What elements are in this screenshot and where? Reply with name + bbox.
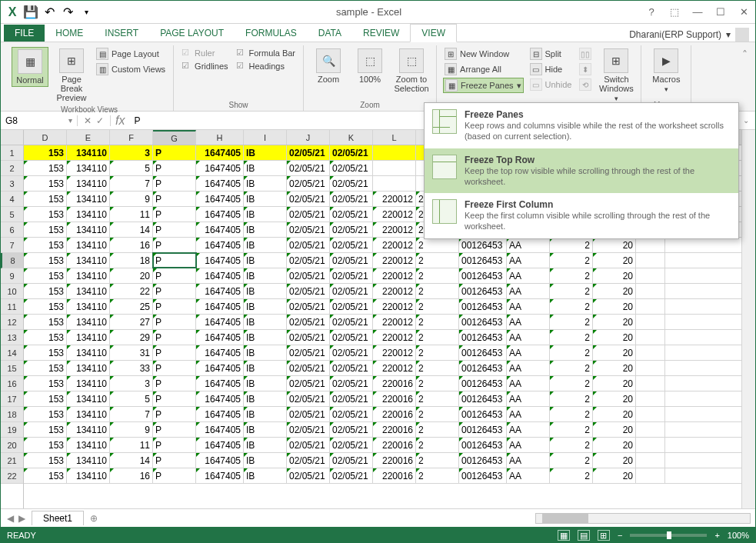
cell[interactable]: 2	[416, 330, 459, 345]
cell[interactable]	[636, 391, 665, 406]
cell[interactable]: 02/05/21	[287, 192, 330, 206]
cell[interactable]: 02/05/21	[330, 284, 373, 298]
cell[interactable]: 02/05/21	[287, 407, 330, 421]
cell[interactable]: 2	[550, 407, 593, 421]
cell[interactable]: 2	[550, 238, 593, 252]
cell[interactable]: AA	[507, 453, 550, 468]
cell[interactable]: 02/05/21	[287, 315, 330, 329]
cell[interactable]: 2	[550, 253, 593, 268]
cell[interactable]: AA	[507, 407, 550, 421]
cell[interactable]: 153	[24, 391, 67, 406]
page-layout-button[interactable]: ▤Page Layout	[95, 47, 167, 61]
cell[interactable]: 153	[24, 268, 67, 283]
name-box[interactable]: G8▾	[1, 115, 78, 126]
cell[interactable]: 2	[416, 238, 459, 252]
new-window-button[interactable]: ⊞New Window	[443, 47, 523, 61]
cell[interactable]: 134110	[67, 361, 110, 375]
cell[interactable]: 20	[593, 330, 636, 345]
cell[interactable]: 02/05/21	[287, 238, 330, 252]
cell[interactable]: 2	[550, 268, 593, 283]
cancel-formula-icon[interactable]: ✕	[84, 115, 92, 126]
cell[interactable]: 16	[110, 238, 153, 252]
page-layout-status-icon[interactable]: ▤	[578, 530, 590, 541]
cell[interactable]: 02/05/21	[330, 361, 373, 375]
cell[interactable]: 153	[24, 176, 67, 191]
cell[interactable]: 00126453	[459, 422, 507, 437]
cell[interactable]	[636, 284, 665, 298]
cell[interactable]: 220016	[373, 376, 416, 391]
cell[interactable]: 1647405	[196, 438, 244, 452]
cell[interactable]: P	[153, 453, 196, 468]
hide-button[interactable]: ▭Hide	[528, 62, 574, 76]
cell[interactable]: 1647405	[196, 391, 244, 406]
cell[interactable]: 00126453	[459, 376, 507, 391]
cell[interactable]: 220016	[373, 468, 416, 483]
tab-page-layout[interactable]: PAGE LAYOUT	[149, 25, 235, 42]
row-header[interactable]: 22	[1, 468, 23, 484]
sheet-tab-sheet1[interactable]: Sheet1	[32, 511, 84, 525]
cell[interactable]: 2	[416, 407, 459, 421]
cell[interactable]: 1647405	[196, 192, 244, 206]
cell[interactable]: P	[153, 299, 196, 314]
zoom-selection-button[interactable]: ⬚Zoom to Selection	[393, 47, 430, 95]
cell[interactable]: 220016	[373, 391, 416, 406]
cell[interactable]: 220012	[373, 253, 416, 268]
cell[interactable]: 1647405	[196, 268, 244, 283]
cell[interactable]: 00126453	[459, 407, 507, 421]
cell[interactable]: AA	[507, 468, 550, 483]
row-header[interactable]: 21	[1, 453, 23, 468]
unhide-button[interactable]: ▭Unhide	[528, 78, 574, 92]
cell[interactable]: 2	[416, 315, 459, 329]
page-break-button[interactable]: ⊞Page Break Preview	[53, 47, 90, 104]
cell[interactable]: 2	[416, 345, 459, 360]
cell[interactable]: 20	[593, 268, 636, 283]
cell[interactable]	[636, 299, 665, 314]
cell[interactable]: 153	[24, 468, 67, 483]
cell[interactable]: 220012	[373, 299, 416, 314]
cell[interactable]: 134110	[67, 468, 110, 483]
cell[interactable]: 2	[416, 299, 459, 314]
row-header[interactable]: 12	[1, 315, 23, 330]
cell[interactable]: IB	[244, 284, 287, 298]
cell[interactable]: 02/05/21	[330, 468, 373, 483]
cell[interactable]: 2	[416, 468, 459, 483]
cell[interactable]: 134110	[67, 268, 110, 283]
cell[interactable]	[636, 376, 665, 391]
row-header[interactable]: 6	[1, 222, 23, 238]
cell[interactable]: 134110	[67, 438, 110, 452]
freeze-panes-option[interactable]: Freeze PanesKeep rows and columns visibl…	[425, 103, 738, 148]
cell[interactable]: AA	[507, 299, 550, 314]
cell[interactable]: 153	[24, 299, 67, 314]
cell[interactable]: 02/05/21	[287, 345, 330, 360]
cell[interactable]: 02/05/21	[330, 222, 373, 237]
cell[interactable]: P	[153, 284, 196, 298]
cell[interactable]: 2	[550, 315, 593, 329]
cell[interactable]: 2	[550, 422, 593, 437]
cell[interactable]: 134110	[67, 238, 110, 252]
cell[interactable]: 00126453	[459, 453, 507, 468]
cell[interactable]: 1647405	[196, 207, 244, 222]
cell[interactable]: 02/05/21	[287, 438, 330, 452]
cell[interactable]: 00126453	[459, 345, 507, 360]
cell[interactable]: 153	[24, 453, 67, 468]
custom-views-button[interactable]: ▥Custom Views	[95, 62, 167, 76]
cell[interactable]: 02/05/21	[330, 238, 373, 252]
cell[interactable]: 25	[110, 299, 153, 314]
cell[interactable]: 2	[416, 438, 459, 452]
cell[interactable]	[636, 361, 665, 375]
cell[interactable]: IB	[244, 422, 287, 437]
cell[interactable]: 134110	[67, 345, 110, 360]
cell[interactable]: 00126453	[459, 253, 507, 268]
cell[interactable]: 02/05/21	[330, 176, 373, 191]
cell[interactable]: 33	[110, 361, 153, 375]
cell[interactable]: 1647405	[196, 468, 244, 483]
cell[interactable]: 134110	[67, 176, 110, 191]
cell[interactable]: 20	[593, 407, 636, 421]
zoom-in-icon[interactable]: +	[714, 531, 719, 540]
cell[interactable]: 2	[550, 391, 593, 406]
cell[interactable]	[636, 268, 665, 283]
cell[interactable]: 02/05/21	[330, 315, 373, 329]
macros-button[interactable]: ▶Macros▾	[648, 47, 684, 95]
cell[interactable]: 153	[24, 145, 67, 160]
cell[interactable]: 14	[110, 453, 153, 468]
